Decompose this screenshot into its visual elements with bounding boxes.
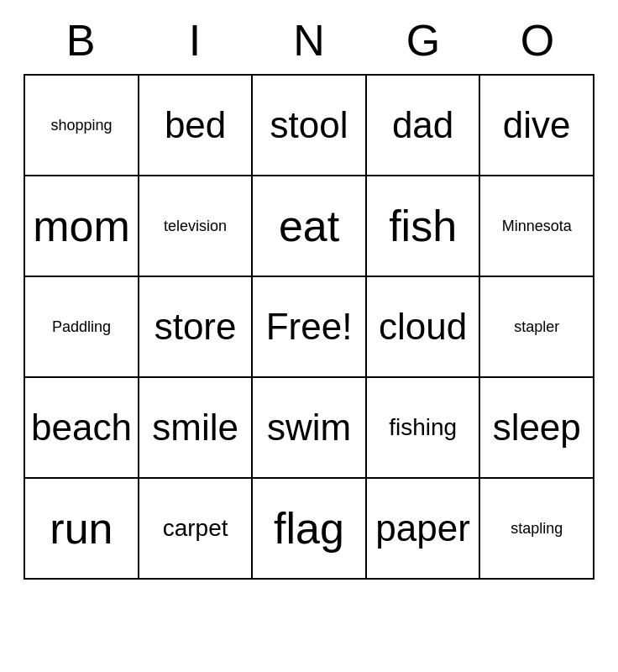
bingo-header: B I N G O [24,0,594,74]
table-row: beachsmileswimfishingsleep [24,377,594,478]
grid-cell: swim [252,377,365,478]
grid-cell: Minnesota [479,176,594,276]
grid-cell: stapler [479,276,594,377]
table-row: shoppingbedstooldaddive [24,75,594,176]
grid-cell: fish [366,176,480,276]
grid-cell: eat [252,176,365,276]
grid-cell: fishing [366,377,480,478]
letter-g: G [366,15,480,66]
grid-cell: paper [366,478,480,579]
grid-cell: store [139,276,252,377]
letter-b: B [24,15,138,66]
grid-cell: sleep [479,377,594,478]
grid-cell: shopping [24,75,139,176]
table-row: momtelevisioneatfishMinnesota [24,176,594,276]
grid-cell: mom [24,176,139,276]
grid-cell: stapling [479,478,594,579]
grid-cell: stool [252,75,365,176]
grid-cell: dad [366,75,480,176]
table-row: runcarpetflagpaperstapling [24,478,594,579]
table-row: PaddlingstoreFree!cloudstapler [24,276,594,377]
grid-cell: dive [479,75,594,176]
letter-n: N [252,15,366,66]
grid-cell: Paddling [24,276,139,377]
grid-cell: Free! [252,276,365,377]
grid-cell: carpet [139,478,252,579]
grid-cell: bed [139,75,252,176]
bingo-grid: shoppingbedstooldaddivemomtelevisioneatf… [24,74,594,580]
grid-cell: beach [24,377,139,478]
grid-cell: run [24,478,139,579]
grid-cell: flag [252,478,365,579]
letter-i: I [138,15,252,66]
grid-cell: smile [139,377,252,478]
letter-o: O [480,15,594,66]
grid-cell: television [139,176,252,276]
grid-cell: cloud [366,276,480,377]
